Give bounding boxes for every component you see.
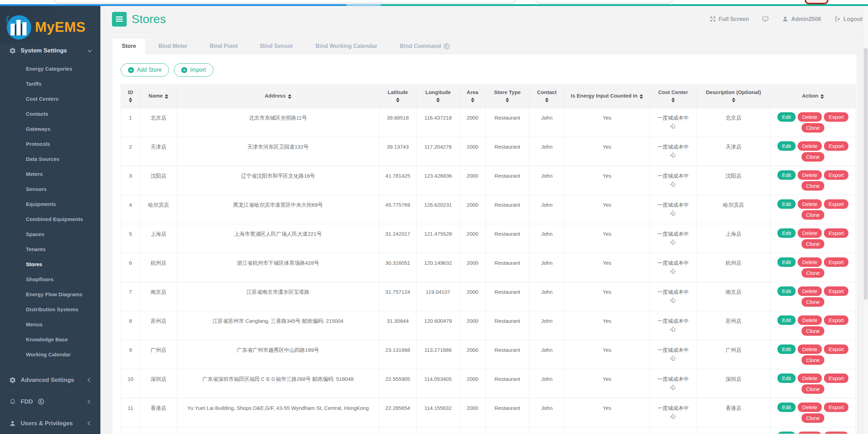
user-menu[interactable]: Admin2506 (782, 16, 821, 22)
sidebar-item-equipments[interactable]: Equipments (0, 197, 100, 212)
tab-bind-point[interactable]: Bind Point (200, 38, 248, 54)
cell-name: 南京店 (140, 282, 177, 311)
delete-button[interactable]: Delete (798, 286, 822, 296)
sidebar-item-spaces[interactable]: Spaces (0, 227, 100, 242)
column-header-description-optional[interactable]: Description (Optional) (697, 85, 770, 108)
column-header-is-energy-input-counted-in[interactable]: Is Energy Input Counted In (565, 85, 650, 108)
clone-button[interactable]: Clone (802, 123, 824, 133)
tab-store[interactable]: Store (112, 38, 146, 54)
delete-button[interactable]: Delete (798, 315, 822, 325)
delete-button[interactable]: Delete (798, 432, 822, 434)
sidebar-item-gateways[interactable]: Gateways (0, 121, 100, 136)
column-header-action[interactable]: Action (770, 85, 856, 108)
edit-button[interactable]: Edit (777, 112, 796, 122)
edit-button[interactable]: Edit (777, 286, 796, 296)
delete-button[interactable]: Delete (798, 373, 822, 383)
tab-bind-sensor[interactable]: Bind Sensor (250, 38, 303, 54)
edit-button[interactable]: Edit (777, 315, 796, 325)
sidebar-item-working-calendar[interactable]: Working Calendar (0, 347, 100, 362)
export-button[interactable]: Export (824, 403, 848, 412)
sidebar-item-menus[interactable]: Menus (0, 317, 100, 332)
clone-button[interactable]: Clone (802, 268, 824, 278)
scrollbar-thumb[interactable] (864, 48, 868, 300)
add-store-button[interactable]: + Add Store (121, 63, 169, 77)
sidebar-item-data-sources[interactable]: Data Sources (0, 151, 100, 166)
delete-button[interactable]: Delete (798, 344, 822, 354)
sidebar-item-cost-centers[interactable]: Cost Centers (0, 91, 100, 106)
clone-button[interactable]: Clone (802, 413, 824, 423)
edit-button[interactable]: Edit (777, 199, 796, 209)
column-header-longitude[interactable]: Longitude (417, 85, 460, 108)
delete-button[interactable]: Delete (798, 141, 822, 151)
column-header-latitude[interactable]: Latitude (379, 85, 417, 108)
tab-bind-command[interactable]: Bind CommandE (390, 38, 459, 54)
export-button[interactable]: Export (824, 141, 848, 151)
edit-button[interactable]: Edit (777, 344, 796, 354)
sidebar-item-combined-equipments[interactable]: Combined Equipments (0, 212, 100, 227)
delete-button[interactable]: Delete (798, 170, 822, 180)
edit-button[interactable]: Edit (777, 141, 796, 151)
sidebar-item-tenants[interactable]: Tenants (0, 242, 100, 257)
sidebar-item-sensors[interactable]: Sensors (0, 182, 100, 197)
cell-latitude: 23.131688 (379, 340, 417, 369)
sidebar-item-energy-flow-diagrams[interactable]: Energy Flow Diagrams (0, 287, 100, 302)
column-header-cost-center[interactable]: Cost Center (650, 85, 697, 108)
clone-button[interactable]: Clone (802, 384, 824, 394)
sidebar-item-distribution-systems[interactable]: Distribution Systems (0, 302, 100, 317)
monitor-button[interactable] (762, 16, 769, 22)
sidebar-item-contacts[interactable]: Contacts (0, 106, 100, 121)
column-header-store-type[interactable]: Store Type (486, 85, 529, 108)
export-button[interactable]: Export (824, 373, 848, 383)
clone-button[interactable]: Clone (802, 355, 824, 365)
sidebar-item-energy-categories[interactable]: Energy Categories (0, 61, 100, 76)
export-button[interactable]: Export (824, 315, 848, 325)
clone-button[interactable]: Clone (802, 326, 824, 336)
column-header-name[interactable]: Name (140, 85, 177, 108)
export-button[interactable]: Export (824, 257, 848, 267)
sidebar-item-protocols[interactable]: Protocols (0, 136, 100, 151)
export-button[interactable]: Export (824, 228, 848, 238)
edit-button[interactable]: Edit (777, 373, 796, 383)
export-button[interactable]: Export (824, 344, 848, 354)
edit-button[interactable]: Edit (777, 170, 796, 180)
delete-button[interactable]: Delete (798, 257, 822, 267)
edit-button[interactable]: Edit (777, 257, 796, 267)
export-button[interactable]: Export (824, 286, 848, 296)
logout-button[interactable]: Logout (834, 16, 862, 22)
export-button[interactable]: Export (824, 432, 848, 434)
sidebar-section-fdd[interactable]: FDDE (0, 391, 100, 412)
tab-bind-working-calendar[interactable]: Bind Working Calendar (306, 38, 387, 54)
delete-button[interactable]: Delete (798, 112, 822, 122)
clone-button[interactable]: Clone (802, 210, 824, 220)
column-header-id[interactable]: ID (121, 85, 140, 108)
sidebar-section-advanced-settings[interactable]: Advanced Settings (0, 369, 100, 391)
clone-button[interactable]: Clone (802, 152, 824, 162)
export-button[interactable]: Export (824, 112, 848, 122)
delete-button[interactable]: Delete (798, 228, 822, 238)
column-header-address[interactable]: Address (177, 85, 379, 108)
sidebar-item-tariffs[interactable]: Tariffs (0, 76, 100, 91)
clone-button[interactable]: Clone (802, 239, 824, 249)
clone-button[interactable]: Clone (802, 297, 824, 307)
sidebar-section-users-privileges[interactable]: Users & Privileges (0, 412, 100, 434)
tab-bind-meter[interactable]: Bind Meter (149, 38, 197, 54)
sidebar-item-shopfloors[interactable]: Shopfloors (0, 272, 100, 287)
full-screen-button[interactable]: Full Screen (710, 16, 749, 22)
edit-button[interactable]: Edit (777, 403, 796, 412)
sidebar-item-meters[interactable]: Meters (0, 166, 100, 182)
edit-button[interactable]: Edit (777, 228, 796, 238)
page-scrollbar[interactable] (863, 6, 868, 434)
delete-button[interactable]: Delete (798, 199, 822, 209)
sidebar-section-system-settings[interactable]: System Settings (0, 43, 100, 58)
export-button[interactable]: Export (824, 170, 848, 180)
sidebar-toggle-button[interactable] (112, 12, 127, 27)
delete-button[interactable]: Delete (798, 403, 822, 412)
export-button[interactable]: Export (824, 199, 848, 209)
import-button[interactable]: + Import (174, 63, 213, 77)
sidebar-item-stores[interactable]: Stores (0, 257, 100, 272)
clone-button[interactable]: Clone (802, 181, 824, 191)
sidebar-item-knowledge-base[interactable]: Knowledge Base (0, 332, 100, 347)
column-header-area[interactable]: Area (460, 85, 486, 108)
column-header-contact[interactable]: Contact (529, 85, 565, 108)
edit-button[interactable]: Edit (777, 432, 796, 434)
